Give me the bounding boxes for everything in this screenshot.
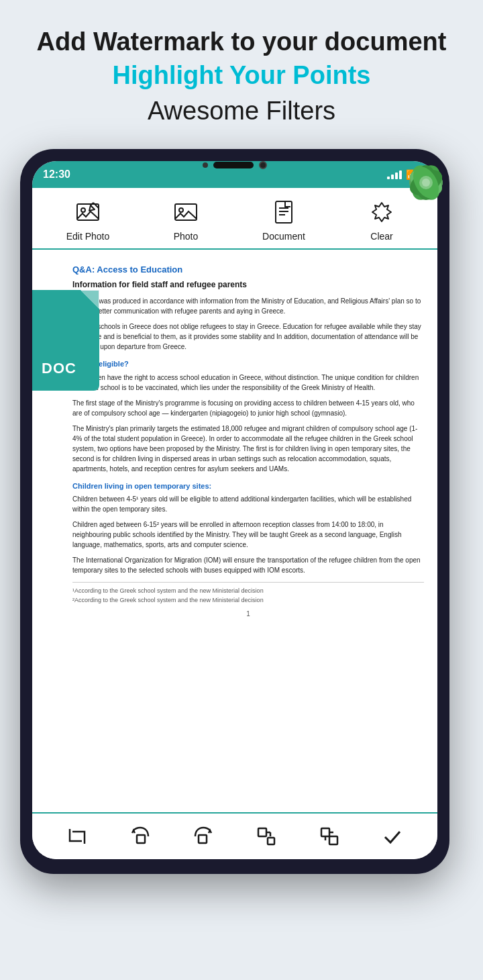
doc-para6: Children between 4-5¹ years old will be … [72, 494, 424, 514]
doc-page-number: 1 [72, 609, 424, 619]
doc-para2: n public schools in Greece does not obli… [72, 322, 424, 352]
header-line3: Awesome Filters [20, 93, 463, 129]
edit-photo-icon [73, 197, 103, 227]
doc-para4: The first stage of the Ministry's progra… [72, 398, 424, 418]
bottom-toolbar [32, 812, 437, 859]
doc-para5: The Ministry's plan primarily targets th… [72, 424, 424, 474]
photo-label: Photo [174, 231, 199, 242]
succulent-decoration [382, 142, 470, 223]
footnote1: ¹According to the Greek school system an… [72, 587, 424, 596]
doc-file-icon: DOC [32, 290, 106, 397]
toolbar: Edit Photo Photo [32, 188, 437, 250]
document-text: Q&A: Access to Education Information for… [72, 263, 424, 620]
edit-photo-button[interactable]: Edit Photo [61, 197, 115, 242]
edit-photo-label: Edit Photo [66, 231, 110, 242]
phone-wrapper: 12:30 📶 ▮ [20, 149, 463, 874]
svg-rect-24 [258, 828, 266, 836]
clear-label: Clear [370, 231, 392, 242]
doc-subtitle: Information for field staff and refugee … [72, 279, 424, 291]
photo-button[interactable]: Photo [159, 197, 213, 242]
crop-button[interactable] [64, 823, 91, 850]
phone-frame: 12:30 📶 ▮ [20, 149, 449, 874]
doc-section1: Who is eligible? [72, 358, 424, 370]
svg-rect-12 [77, 204, 99, 220]
svg-rect-22 [137, 835, 145, 843]
doc-para7: Children aged between 6-15² years will b… [72, 520, 424, 550]
status-time: 12:30 [43, 168, 70, 181]
doc-footnotes: ¹According to the Greek school system an… [72, 582, 424, 605]
confirm-button[interactable] [379, 823, 406, 850]
document-content: DOC Q&A: Access to Education Information… [32, 250, 437, 812]
doc-para3: All children have the right to access sc… [72, 373, 424, 393]
doc-section2: Children living in open temporary sites: [72, 481, 424, 492]
footnote2: ²According to the Greek school system an… [72, 596, 424, 605]
header: Add Watermark to your document Highlight… [0, 0, 483, 142]
phone-screen: 12:30 📶 ▮ [32, 161, 437, 859]
svg-rect-25 [268, 838, 274, 844]
rotate-right-button[interactable] [190, 823, 217, 850]
svg-point-13 [81, 208, 85, 212]
doc-para1: ing Q&A was produced in accordance with … [72, 296, 424, 316]
rotate-left-button[interactable] [127, 823, 154, 850]
transform-button[interactable] [316, 823, 343, 850]
doc-fold [80, 290, 99, 309]
move-button[interactable] [253, 823, 280, 850]
header-line1: Add Watermark to your document [20, 27, 463, 58]
doc-title: Q&A: Access to Education [72, 263, 424, 277]
document-icon [269, 197, 299, 227]
header-line2: Highlight Your Points [20, 58, 463, 93]
document-button[interactable]: Document [257, 197, 311, 242]
document-label: Document [262, 231, 305, 242]
svg-point-11 [422, 179, 430, 187]
svg-rect-16 [175, 204, 197, 220]
svg-rect-29 [329, 836, 337, 844]
photo-icon [171, 197, 201, 227]
svg-point-17 [179, 208, 183, 212]
doc-para8: The International Organization for Migra… [72, 555, 424, 575]
svg-rect-28 [321, 828, 329, 836]
svg-rect-23 [199, 835, 207, 843]
doc-label: DOC [42, 360, 76, 377]
